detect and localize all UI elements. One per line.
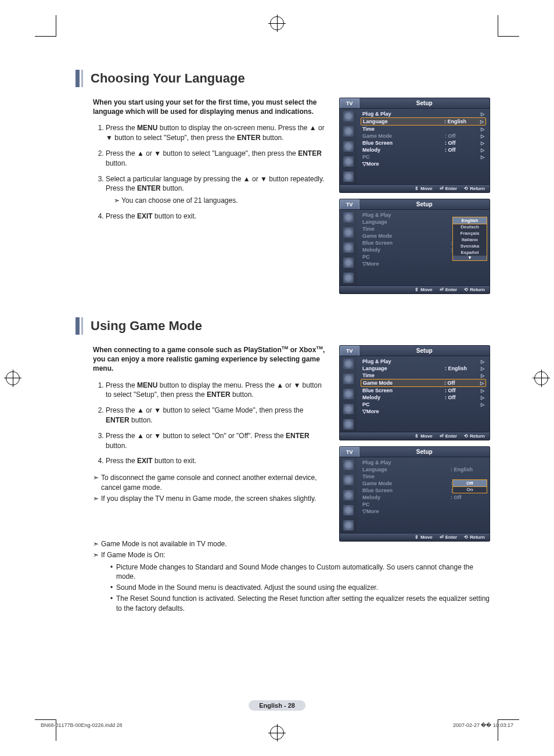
section-title: Using Game Mode — [85, 317, 202, 335]
footer-filename: BN68-01177B-00Eng-0226.indd 28 — [41, 722, 123, 728]
osd-setup-language-selected: TV Setup Plug & Play▷ LanguageEnglish▷ T… — [339, 98, 490, 193]
osd-hint-move: Move — [415, 433, 432, 439]
osd-setup-language-dropdown: TV Setup Plug & Play Language Time Game … — [339, 199, 490, 294]
osd-icon-strip — [340, 210, 357, 285]
dropdown-scroll-down-icon[interactable]: ▼ — [453, 256, 487, 260]
step-item: Press the ▲ or ▼ button to select "On" o… — [106, 431, 329, 451]
sub-note-item: Sound Mode in the Sound menu is deactiva… — [110, 583, 490, 593]
note-item: If you display the TV menu in Game mode,… — [93, 494, 329, 504]
osd-row-game[interactable]: Game ModeOff▷ — [361, 379, 486, 387]
dropdown-option[interactable]: Svenska — [453, 243, 487, 249]
osd-row-more: ▽More — [361, 508, 486, 515]
gamemode-dropdown[interactable]: Off On — [452, 479, 487, 493]
dropdown-option[interactable]: Italiano — [453, 237, 487, 243]
step-note: You can choose one of 21 languages. — [114, 196, 329, 206]
crop-mark — [35, 15, 56, 37]
registration-mark-right — [534, 371, 548, 385]
osd-tab: TV — [340, 447, 359, 457]
osd-tab: TV — [340, 199, 359, 209]
section-accent-bar — [75, 70, 80, 87]
section-intro: When connecting to a game console such a… — [93, 345, 329, 374]
step-item: Press the ▲ or ▼ button to select "Game … — [106, 406, 329, 425]
osd-hint-return: Return — [464, 287, 485, 292]
osd-row-plug: Plug & Play — [361, 459, 486, 466]
sub-note-item: Picture Mode changes to Standard and Sou… — [110, 562, 490, 582]
osd-row-language: LanguageEnglish — [361, 466, 486, 473]
osd-hint-move: Move — [415, 186, 432, 191]
step-item: Press the MENU button to display the on-… — [106, 123, 329, 143]
osd-tab: TV — [340, 346, 359, 356]
dropdown-option[interactable]: On — [453, 486, 487, 493]
osd-row-more[interactable]: ▽More — [361, 160, 486, 167]
osd-hint-enter: Enter — [440, 287, 457, 292]
section-accent-bar — [81, 70, 83, 87]
osd-row-plug[interactable]: Plug & Play▷ — [361, 358, 486, 365]
osd-row-melody[interactable]: MelodyOff▷ — [361, 394, 486, 401]
footer-timestamp: 2007-02-27 �� 10:03:17 — [453, 722, 513, 728]
osd-row-pc: PC▷ — [361, 153, 486, 160]
osd-row-language[interactable]: LanguageEnglish▷ — [361, 365, 486, 372]
osd-title: Setup — [359, 447, 490, 457]
registration-mark-top — [270, 16, 284, 30]
section-intro: When you start using your set for the fi… — [93, 98, 329, 116]
language-dropdown[interactable]: English Deutsch Français Italiano Svensk… — [452, 217, 487, 261]
section-title: Choosing Your Language — [85, 70, 245, 87]
dropdown-option[interactable]: Français — [453, 230, 487, 237]
osd-hint-enter: Enter — [440, 433, 457, 439]
step-item: Select a particular language by pressing… — [106, 174, 329, 206]
osd-row-blue[interactable]: Blue ScreenOff▷ — [361, 139, 486, 146]
step-item: Press the EXIT button to exit. — [106, 456, 329, 466]
osd-row-time[interactable]: Time▷ — [361, 126, 486, 132]
osd-title: Setup — [359, 98, 490, 108]
osd-icon-strip — [340, 356, 357, 432]
osd-row-pc[interactable]: PC▷ — [361, 401, 486, 408]
section-accent-bar — [81, 317, 83, 335]
osd-hint-return: Return — [464, 186, 485, 191]
osd-row-language[interactable]: LanguageEnglish▷ — [361, 117, 486, 126]
osd-title: Setup — [359, 199, 490, 209]
crop-mark — [498, 15, 519, 37]
osd-icon-strip — [340, 457, 357, 533]
note-item: Game Mode is not available in TV mode. — [93, 539, 490, 549]
osd-hint-return: Return — [464, 433, 485, 439]
osd-row-pc: PC — [361, 501, 486, 508]
osd-row-more: ▽More — [361, 260, 486, 267]
note-item: If Game Mode is On: — [93, 550, 490, 560]
osd-setup-gamemode-dropdown: TV Setup Plug & Play LanguageEnglish Tim… — [339, 446, 490, 542]
page-number: English - 28 — [249, 700, 305, 711]
section-accent-bar — [75, 317, 80, 335]
sub-note-item: The Reset Sound function is activated. S… — [110, 594, 490, 614]
note-item: To disconnect the game console and conne… — [93, 473, 329, 493]
step-item: Press the MENU button to display the men… — [106, 381, 329, 400]
step-item: Press the ▲ or ▼ button to select "Langu… — [106, 149, 329, 169]
osd-tab: TV — [340, 98, 359, 108]
osd-row-time[interactable]: Time▷ — [361, 372, 486, 379]
osd-title: Setup — [359, 346, 490, 356]
osd-row-more[interactable]: ▽More — [361, 408, 486, 415]
osd-row-melody: MelodyOff — [361, 494, 486, 501]
osd-row-melody[interactable]: MelodyOff▷ — [361, 146, 486, 153]
dropdown-option[interactable]: Deutsch — [453, 224, 487, 230]
registration-mark-left — [6, 371, 20, 385]
osd-row-game: Game ModeOff▷ — [361, 132, 486, 139]
osd-setup-gamemode-selected: TV Setup Plug & Play▷ LanguageEnglish▷ T… — [339, 345, 490, 440]
osd-hint-move: Move — [415, 287, 432, 292]
osd-row-blue[interactable]: Blue ScreenOff▷ — [361, 387, 486, 394]
osd-hint-enter: Enter — [440, 186, 457, 191]
step-item: Press the EXIT button to exit. — [106, 212, 329, 221]
osd-icon-strip — [340, 109, 357, 184]
osd-row-plug[interactable]: Plug & Play▷ — [361, 110, 486, 117]
